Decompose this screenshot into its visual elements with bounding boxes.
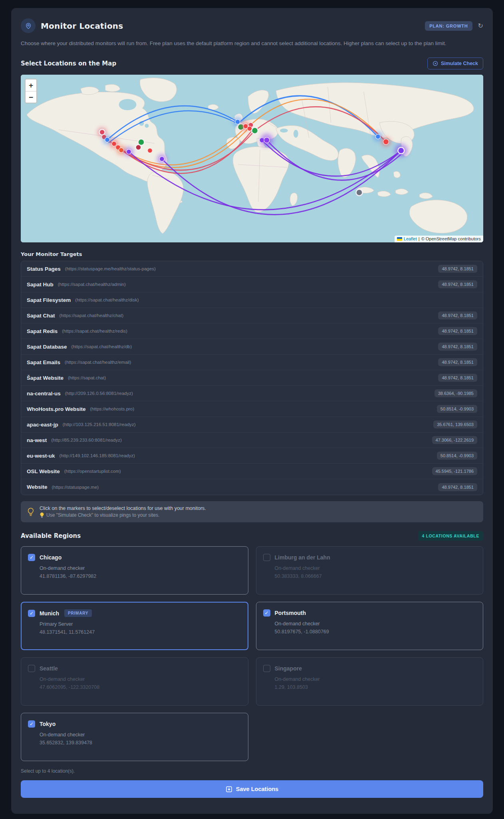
target-row: Sapat Redis (https://sapat.chat/healthz/… (21, 323, 483, 339)
target-name: Sapat Database (27, 344, 67, 350)
target-name: WhoHosts.pro Website (27, 406, 86, 412)
selection-limit-note: Select up to 4 location(s). (21, 768, 483, 774)
target-name: Sapat Chat (27, 313, 55, 319)
target-name: na-west (27, 437, 47, 443)
target-row: eu-west-uk (http://149.102.146.185:8081/… (21, 448, 483, 464)
region-checkbox[interactable]: ✓ (263, 665, 270, 672)
target-row: Status Pages (https://statuspage.me/heal… (21, 261, 483, 277)
region-cards-grid: ✓ Chicago On-demand checker 41.8781136, … (21, 546, 483, 761)
map-marker[interactable] (127, 149, 131, 154)
world-map[interactable]: + − Leaflet | © OpenStreetMap contributo… (21, 75, 483, 242)
target-row: Website (https://statuspage.me) 48.9742,… (21, 479, 483, 495)
target-coordinates-badge: 35.6761, 139.6503 (433, 420, 477, 428)
region-subtitle: On-demand checker (275, 565, 476, 571)
monitor-locations-panel: Monitor Locations PLAN: GROWTH ↻ Choose … (11, 8, 493, 814)
target-coordinates-badge: 48.9742, 8.1851 (438, 265, 477, 273)
refresh-icon[interactable]: ↻ (478, 23, 483, 29)
region-checkbox[interactable]: ✓ (28, 665, 35, 672)
regions-heading: Available Regions (21, 532, 81, 539)
target-url: (http://209.126.0.56:8081/readyz) (65, 391, 133, 396)
target-url: (https://sapat.chat) (68, 375, 106, 380)
region-subtitle: On-demand checker (275, 621, 476, 627)
lightbulb-emoji-icon (40, 512, 44, 518)
map-zoom-control: + − (25, 79, 37, 103)
region-checkbox[interactable]: ✓ (28, 610, 35, 617)
zoom-in-button[interactable]: + (26, 79, 36, 91)
target-name: Website (27, 484, 48, 490)
map-marker[interactable] (112, 141, 117, 146)
play-circle-icon (433, 61, 438, 66)
region-checkbox[interactable]: ✓ (28, 720, 35, 728)
region-card[interactable]: ✓ Tokyo On-demand checker 35.652832, 139… (21, 713, 248, 761)
region-name: Limburg an der Lahn (275, 554, 330, 561)
osm-attribution: © OpenStreetMap contributors (421, 236, 481, 241)
target-coordinates-badge: 48.9742, 8.1851 (438, 311, 477, 319)
page-description: Choose where your distributed monitors w… (21, 39, 483, 48)
map-marker[interactable] (375, 134, 380, 139)
map-marker[interactable] (252, 127, 258, 134)
region-subtitle: On-demand checker (40, 676, 241, 682)
region-card[interactable]: ✓ Limburg an der Lahn On-demand checker … (256, 546, 484, 595)
targets-heading: Your Monitor Targets (21, 251, 483, 257)
map-marker[interactable] (99, 129, 105, 135)
map-marker[interactable] (159, 157, 164, 161)
target-coordinates-badge: 48.9742, 8.1851 (438, 374, 477, 382)
target-name: eu-west-uk (27, 453, 55, 459)
region-name: Tokyo (40, 721, 56, 727)
target-row: Sapat Emails (https://sapat.chat/healthz… (21, 355, 483, 370)
leaflet-link[interactable]: Leaflet (404, 236, 417, 241)
region-card[interactable]: ✓ Portsmouth On-demand checker 50.819767… (256, 602, 484, 650)
target-name: Sapat Filesystem (27, 297, 71, 303)
map-marker[interactable] (119, 148, 124, 153)
target-coordinates-badge: 48.9742, 8.1851 (438, 343, 477, 351)
target-url: (https://sapat.chat/healthz/chat) (60, 313, 123, 318)
region-card[interactable]: ✓ Singapore On-demand checker 1.29, 103.… (256, 657, 484, 706)
map-marker[interactable] (136, 145, 141, 150)
region-subtitle: Primary Server (40, 621, 241, 627)
target-row: Sapat Database (https://sapat.chat/healt… (21, 339, 483, 355)
map-marker[interactable] (356, 189, 363, 196)
save-locations-button[interactable]: Save Locations (21, 780, 483, 798)
ukraine-flag-icon (397, 237, 402, 241)
target-coordinates-badge: 50.8514, -0.9903 (437, 452, 477, 460)
map-marker[interactable] (105, 137, 110, 142)
target-url: (https://sapat.chat/healthz/db) (71, 344, 132, 349)
map-marker[interactable] (264, 137, 270, 143)
page-title: Monitor Locations (41, 21, 123, 31)
target-coordinates-badge: 48.9742, 8.1851 (438, 280, 477, 288)
target-coordinates-badge: 45.5945, -121.1786 (432, 467, 477, 475)
target-name: Sapat Redis (27, 328, 58, 334)
locations-available-badge: 4 LOCATIONS AVAILABLE (418, 531, 483, 541)
map-marker[interactable] (383, 139, 389, 145)
monitor-targets-list: Status Pages (https://statuspage.me/heal… (21, 261, 483, 495)
target-row: Sapat Filesystem (https://sapat.chat/hea… (21, 292, 483, 308)
region-checkbox[interactable]: ✓ (263, 609, 270, 617)
tip-line-2: Use "Simulate Check" to visualize pings … (46, 512, 159, 518)
lightbulb-outline-icon (27, 508, 35, 516)
location-pin-icon (21, 18, 36, 33)
region-card[interactable]: ✓ Chicago On-demand checker 41.8781136, … (21, 546, 248, 595)
target-row: Sapat Chat (https://sapat.chat/healthz/c… (21, 308, 483, 323)
region-coordinates: 50.8197675, -1.0880769 (275, 629, 476, 635)
target-url: (https://sapat.chat/healthz/redis) (62, 329, 127, 333)
target-url: (https://whohosts.pro) (90, 407, 135, 411)
region-checkbox[interactable]: ✓ (28, 554, 35, 561)
region-card[interactable]: ✓ Seattle On-demand checker 47.6062095, … (21, 657, 248, 706)
map-marker[interactable] (235, 119, 240, 124)
map-canvas (21, 75, 483, 242)
region-card[interactable]: ✓ Munich PRIMARY Primary Server 48.13715… (21, 602, 248, 650)
map-attribution: Leaflet | © OpenStreetMap contributors (395, 236, 483, 242)
zoom-out-button[interactable]: − (26, 91, 36, 103)
simulate-check-button[interactable]: Simulate Check (427, 58, 483, 69)
target-url: (https://statuspage.me) (52, 485, 99, 490)
map-marker[interactable] (147, 148, 152, 153)
tip-line-1: Click on the markers to select/deselect … (40, 506, 206, 511)
region-subtitle: On-demand checker (275, 676, 476, 682)
target-name: apac-east-jp (27, 422, 58, 428)
target-row: OSL Website (https://openstartuplist.com… (21, 464, 483, 479)
region-checkbox[interactable]: ✓ (263, 554, 270, 561)
target-url: (https://statuspage.me/healthz/status-pa… (65, 266, 156, 271)
region-subtitle: On-demand checker (40, 565, 241, 571)
target-row: Sapat Hub (https://sapat.chat/healthz/ad… (21, 277, 483, 292)
map-marker[interactable] (398, 147, 404, 154)
